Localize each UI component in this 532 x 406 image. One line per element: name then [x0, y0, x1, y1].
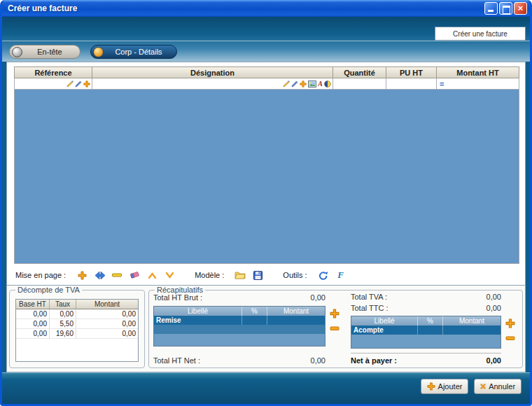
vat-rate-value: 5,50	[50, 319, 76, 329]
move-up-icon[interactable]	[146, 270, 158, 281]
vat-breakdown-group: Décompte de TVA Base HT Taux Montant 0,0…	[9, 290, 145, 368]
titlebar: Créer une facture ×	[2, 0, 530, 17]
window-title: Créer une facture	[8, 4, 483, 13]
page-tabs: En-tête Corp - Détails	[9, 45, 177, 59]
tab-ball-gray-icon	[12, 47, 22, 57]
add-reference-icon[interactable]	[83, 80, 90, 88]
formula-icon[interactable]: F	[335, 270, 347, 281]
discount-col-label: Libellé	[154, 307, 242, 316]
create-invoice-window: Créer une facture × Créer une facture En…	[0, 0, 532, 406]
vat-col-base: Base HT	[16, 300, 50, 309]
add-plus-icon	[427, 382, 435, 391]
total-ht-net-label: Total HT Net :	[153, 356, 200, 365]
image-icon[interactable]	[308, 80, 316, 88]
deposit-table-header: Libellé % Montant	[351, 316, 500, 326]
vat-base-value: 0,00	[16, 309, 50, 319]
edit-pencil-icon[interactable]	[283, 80, 290, 88]
grid-header: Référence Désignation Quantité PU HT Mon…	[14, 66, 519, 78]
add-deposit-button[interactable]	[505, 318, 517, 328]
remove-discount-button[interactable]	[330, 326, 341, 331]
color-icon[interactable]	[324, 80, 331, 88]
vat-group-title: Décompte de TVA	[15, 286, 82, 294]
lines-grid: Référence Désignation Quantité PU HT Mon…	[14, 66, 519, 264]
footer-band: Ajouter × Annuler	[2, 372, 530, 404]
column-header-quantity[interactable]: Quantité	[333, 66, 386, 78]
net-separator	[351, 353, 501, 354]
discount-table: Libellé % Montant Remise	[153, 306, 326, 346]
column-header-unit-price[interactable]: PU HT	[386, 66, 437, 78]
insert-line-icon[interactable]	[93, 270, 106, 281]
column-header-reference[interactable]: Référence	[14, 66, 92, 78]
add-button-label: Ajouter	[438, 382, 463, 391]
column-header-amount[interactable]: Montant HT	[437, 66, 519, 78]
total-tva-value: 0,00	[486, 293, 501, 301]
vat-row: 0,00 0,00 0,00	[16, 309, 138, 319]
total-ht-brut-label: Total HT Brut :	[153, 293, 202, 302]
save-template-icon[interactable]	[251, 270, 264, 281]
remove-deposit-button[interactable]	[505, 336, 517, 341]
move-down-icon[interactable]	[163, 270, 176, 281]
add-discount-button[interactable]	[330, 309, 341, 318]
tab-entete-label: En-tête	[25, 48, 74, 56]
summary-group: Récapitulatifs Total HT Brut : 0,00 Libe…	[148, 290, 523, 368]
vat-rate-value: 0,00	[50, 309, 76, 319]
grid-input-row: A =	[14, 78, 519, 90]
deposit-table: Libellé % Montant Acompte	[351, 316, 501, 349]
layout-toolbar: Mise en page : Modèle : Outils : F	[15, 268, 519, 282]
total-ht-brut-value: 0,00	[311, 293, 326, 302]
maximize-button[interactable]	[499, 2, 512, 15]
summary-right: Total TVA : 0,00 Total TTC : 0,00 Libell…	[351, 293, 518, 365]
tab-corps-details[interactable]: Corp - Détails	[90, 45, 177, 59]
deposit-col-label: Libellé	[351, 316, 418, 326]
total-tva-label: Total TVA :	[351, 293, 387, 301]
vat-rate-value: 19,60	[50, 329, 76, 339]
add-designation-icon[interactable]	[300, 80, 307, 88]
vat-table-header: Base HT Taux Montant	[16, 300, 138, 309]
comment-line-icon[interactable]	[111, 270, 123, 281]
discount-row-pct	[242, 316, 267, 325]
add-button[interactable]: Ajouter	[421, 379, 468, 394]
font-icon[interactable]: A	[318, 80, 323, 88]
designation-cell[interactable]: A	[92, 78, 333, 90]
column-header-designation[interactable]: Désignation	[92, 66, 333, 78]
recalc-icon[interactable]	[317, 270, 330, 281]
totals-zone: Décompte de TVA Base HT Taux Montant 0,0…	[6, 286, 526, 372]
net-a-payer-label: Net à payer :	[351, 356, 397, 365]
vat-row: 0,00 5,50 0,00	[16, 319, 138, 329]
pen-icon[interactable]	[75, 80, 82, 88]
amount-cell[interactable]: =	[437, 78, 519, 90]
add-line-icon[interactable]	[76, 270, 88, 281]
close-button[interactable]: ×	[514, 2, 527, 15]
deposit-col-amount: Montant	[443, 316, 500, 326]
deposit-row-pct	[418, 326, 443, 335]
vat-row: 0,00 19,60 0,00	[16, 329, 138, 339]
grid-body-area[interactable]	[14, 90, 519, 264]
open-template-icon[interactable]	[234, 270, 246, 281]
discount-col-amount: Montant	[267, 307, 325, 316]
context-tab[interactable]: Créer une facture	[435, 27, 526, 41]
unit-price-cell[interactable]	[386, 78, 437, 90]
tab-corps-label: Corp - Détails	[106, 48, 171, 56]
cancel-button[interactable]: × Annuler	[474, 379, 522, 394]
reference-cell[interactable]	[14, 78, 92, 90]
deposit-col-pct: %	[418, 316, 443, 326]
deposit-row-acompte[interactable]: Acompte	[351, 326, 500, 335]
pen-icon[interactable]	[291, 80, 298, 88]
discount-row-empty[interactable]	[154, 325, 325, 334]
summary-left: Total HT Brut : 0,00 Libellé % Montant R…	[153, 293, 342, 365]
edit-pencil-icon[interactable]	[66, 80, 74, 88]
quantity-cell[interactable]	[333, 78, 386, 90]
total-ttc-value: 0,00	[486, 304, 501, 312]
net-a-payer-value: 0,00	[486, 356, 501, 365]
deposit-row-amount	[443, 326, 500, 335]
discount-row-amount	[267, 316, 325, 325]
equals-icon: =	[437, 80, 444, 88]
minimize-button[interactable]	[484, 2, 498, 15]
deposit-row-label: Acompte	[351, 326, 418, 335]
tab-entete[interactable]: En-tête	[9, 45, 80, 59]
vat-amount-value: 0,00	[76, 329, 138, 339]
discount-row-remise[interactable]: Remise	[154, 316, 325, 325]
erase-line-icon[interactable]	[128, 270, 141, 281]
discount-col-pct: %	[242, 307, 267, 316]
total-ht-net-value: 0,00	[311, 356, 326, 365]
